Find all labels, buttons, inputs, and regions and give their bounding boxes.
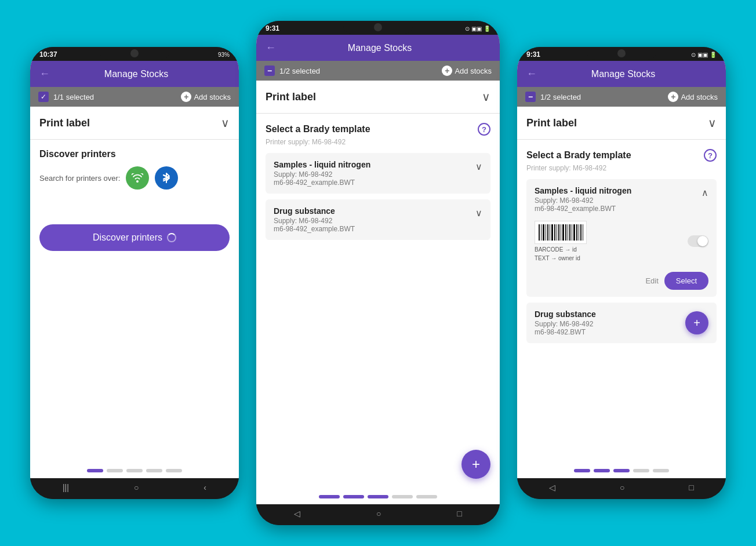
template-item-2-right[interactable]: Drug substance Supply: M6-98-492 m6-98-4… [526,303,717,343]
print-label-header-left[interactable]: Print label ∨ [30,107,239,140]
add-stocks-label-left: Add stocks [194,93,231,101]
template-item-1-info: Samples - liquid nitrogen Supply: M6-98-… [274,160,370,187]
svg-rect-16 [573,224,575,241]
edit-button-right[interactable]: Edit [645,276,658,285]
svg-rect-13 [568,224,568,241]
help-icon-right[interactable]: ? [704,149,717,162]
chevron-down-right[interactable]: ∨ [708,116,717,130]
minus-icon-center[interactable]: − [264,65,275,76]
phone-left: 10:37 93% ← Manage Stocks ✓ 1/1 selected… [30,47,239,499]
help-icon-center[interactable]: ? [478,123,490,136]
template-item-1-chevron-center[interactable]: ∨ [475,161,482,172]
dot-1-right [574,469,590,472]
template-item-2-chevron-center[interactable]: ∨ [475,208,482,219]
dot-3-left [126,469,143,472]
print-label-header-right[interactable]: Print label ∨ [517,107,726,140]
fab-label-center: + [472,456,480,472]
nav-apps-center[interactable]: □ [457,509,461,518]
svg-rect-17 [576,224,577,241]
print-label-header-center[interactable]: Print label ∨ [256,81,500,114]
add-stocks-label-right: Add stocks [681,93,718,101]
plus-circle-center: + [442,65,452,76]
chevron-down-center[interactable]: ∨ [482,90,490,104]
nav-back-left[interactable]: ‹ [203,483,206,492]
time-right: 9:31 [526,50,540,59]
content-right: Print label ∨ Select a Brady template ? … [517,107,726,463]
bluetooth-button[interactable] [155,166,178,190]
progress-dots-center [256,489,500,504]
printer-supply-right: Printer supply: M6-98-492 [526,164,717,172]
dot-5-left [166,469,182,472]
nav-home-right[interactable]: ○ [620,483,624,492]
selection-text-center: 1/2 selected [279,67,320,75]
content-left: Print label ∨ Discover printers Search f… [30,107,239,463]
svg-rect-5 [550,224,550,241]
template-title-center: Select a Brady template [266,124,370,134]
time-left: 10:37 [39,50,57,59]
discover-title: Discover printers [39,149,230,159]
add-stocks-right[interactable]: + Add stocks [668,92,718,102]
dot-1-center [319,495,340,498]
svg-rect-7 [554,224,555,241]
nav-back-center[interactable]: ◁ [294,509,300,518]
nav-home-left[interactable]: ○ [134,483,139,492]
back-arrow-right[interactable]: ← [526,68,537,80]
svg-rect-4 [547,224,548,241]
template-title-right: Select a Brady template [526,150,631,161]
template-item-expanded-right[interactable]: Samples - liquid nitrogen Supply: M6-98-… [526,179,717,297]
svg-rect-1 [541,224,541,241]
camera-left [130,49,139,57]
search-over: Search for printers over: [39,166,230,190]
notch-left [100,47,169,60]
dot-4-right [633,469,649,472]
chevron-down-left[interactable]: ∨ [221,116,230,130]
template-section-center: Select a Brady template ? Printer supply… [256,114,500,255]
item2-name-right: Drug substance [535,310,596,319]
phone-bottom-center: ◁ ○ □ [256,504,500,525]
template-item-1-center[interactable]: Samples - liquid nitrogen Supply: M6-98-… [266,153,490,194]
add-stocks-left[interactable]: + Add stocks [181,92,231,102]
nav-apps-left[interactable]: ||| [63,483,69,492]
screen-left: ← Manage Stocks ✓ 1/1 selected + Add sto… [30,61,239,478]
dot-5-right [653,469,669,472]
checkbox-icon-left[interactable]: ✓ [38,92,49,102]
selection-text-right: 1/2 selected [540,93,581,101]
dot-4-left [146,469,162,472]
edit-select-row-right: Edit Select [526,268,717,297]
barcode-image-right [535,221,587,244]
minus-icon-right[interactable]: − [525,92,536,102]
wifi-button[interactable] [126,166,149,190]
selection-left-right: − 1/2 selected [525,92,581,102]
template-item-2-header-center: Drug substance Supply: M6-98-492 m6-98-4… [274,206,482,233]
back-arrow-center[interactable]: ← [266,42,276,54]
toggle-right[interactable] [688,235,708,247]
template-item-2-supply-center: Supply: M6-98-492 [274,217,355,225]
discover-button[interactable]: Discover printers [39,224,230,251]
select-button-right[interactable]: Select [664,272,708,290]
header-title-left: Manage Stocks [57,69,216,79]
content-center: Print label ∨ Select a Brady template ? … [256,81,500,489]
add-stocks-center[interactable]: + Add stocks [442,65,492,76]
expanded-file-right: m6-98-492_example.BWT [535,205,631,213]
fab-center[interactable]: + [461,450,490,479]
phone-bottom-right: ◁ ○ □ [517,478,726,499]
selection-bar-left: ✓ 1/1 selected + Add stocks [30,87,239,107]
dot-4-center [392,495,413,498]
fab-right-item[interactable]: + [685,311,708,334]
nav-apps-right[interactable]: □ [689,483,693,492]
template-item-2-center[interactable]: Drug substance Supply: M6-98-492 m6-98-4… [266,199,490,240]
expanded-chevron-right[interactable]: ∧ [702,187,708,198]
header-title-right: Manage Stocks [544,69,703,79]
printer-supply-center: Printer supply: M6-98-492 [266,138,490,146]
template-item-1-file-center: m6-98-492_example.BWT [274,179,370,187]
nav-back-right[interactable]: ◁ [549,483,555,492]
print-label-title-right: Print label [526,117,577,129]
camera-center [374,23,382,31]
dot-5-center [416,495,437,498]
template-item-1-name-center: Samples - liquid nitrogen [274,160,370,169]
nav-home-center[interactable]: ○ [376,509,381,518]
back-arrow-left[interactable]: ← [39,68,50,80]
template-item-2-name-center: Drug substance [274,206,355,216]
status-icons-left: 93% [218,52,230,58]
svg-rect-8 [557,224,557,241]
